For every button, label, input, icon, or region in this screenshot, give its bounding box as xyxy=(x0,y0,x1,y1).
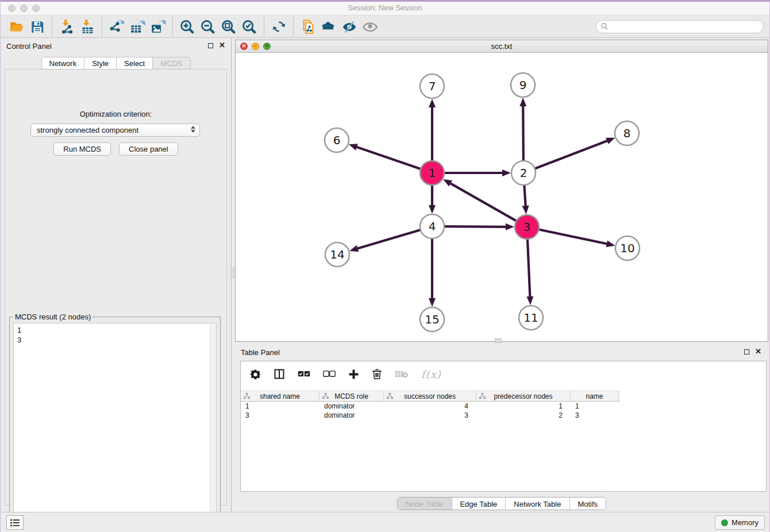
mcds-result-group: MCDS result (2 nodes) 1 3 xyxy=(9,317,221,532)
table-float-panel-icon[interactable] xyxy=(744,349,749,354)
node-table-container: f(x) shared nameMCDS rolesuccessor nodes… xyxy=(240,361,767,492)
open-session-button[interactable] xyxy=(6,18,27,36)
export-image-button[interactable] xyxy=(148,18,168,36)
add-column-button[interactable] xyxy=(348,369,359,380)
unchecked-boxes-icon xyxy=(323,370,336,378)
zoom-selected-button[interactable] xyxy=(239,18,260,36)
graph-arrowhead-1-6 xyxy=(349,144,358,150)
graph-arrowhead-2-8 xyxy=(606,138,615,144)
mcds-result-textarea[interactable]: 1 3 xyxy=(13,323,217,532)
home-button[interactable] xyxy=(318,18,339,36)
export-network-button[interactable] xyxy=(106,18,127,36)
zoom-in-icon xyxy=(179,19,195,35)
vertical-splitter-handle[interactable] xyxy=(230,268,234,278)
graph-node-label-2: 2 xyxy=(520,166,528,180)
search-input[interactable] xyxy=(596,20,764,33)
graph-node-label-11: 11 xyxy=(523,311,538,325)
split-column-icon xyxy=(274,368,285,380)
import-network-button[interactable] xyxy=(56,18,77,36)
tab-node-table[interactable]: Node Table xyxy=(398,498,452,510)
graph-edge-2-8[interactable] xyxy=(534,141,609,169)
tab-motifs[interactable]: Motifs xyxy=(569,498,606,510)
select-all-button[interactable] xyxy=(298,370,310,378)
mcds-result-scrollbar[interactable] xyxy=(210,323,216,532)
toolbar-separator xyxy=(52,17,52,37)
network-view-window: ✕ − + scc.txt 7968124314101511 xyxy=(235,40,768,342)
criterion-dropdown[interactable]: strongly connected component xyxy=(30,124,200,137)
tab-edge-table[interactable]: Edge Table xyxy=(451,498,505,510)
graph-arrowhead-4-15 xyxy=(429,298,436,307)
function-builder-button[interactable]: f(x) xyxy=(421,368,441,380)
table-cell: 4 xyxy=(384,402,476,411)
export-table-button[interactable] xyxy=(127,18,148,36)
memory-button[interactable]: Memory xyxy=(715,515,765,530)
zoom-in-button[interactable] xyxy=(177,18,198,36)
graph-edge-4-14[interactable] xyxy=(357,229,422,249)
run-mcds-button[interactable]: Run MCDS xyxy=(53,142,111,156)
search-icon xyxy=(600,22,609,30)
graph-edge-2-3[interactable] xyxy=(524,184,526,207)
graph-arrowhead-1-2 xyxy=(502,169,511,176)
graph-edge-2-9[interactable] xyxy=(523,105,523,162)
tab-network-table[interactable]: Network Table xyxy=(505,498,569,510)
copy-network-button[interactable] xyxy=(298,18,318,36)
graph-arrowhead-2-3 xyxy=(522,206,529,214)
graph-node-label-3: 3 xyxy=(523,220,531,234)
horizontal-splitter-handle[interactable] xyxy=(495,338,502,343)
network-canvas[interactable]: 7968124314101511 xyxy=(236,53,768,341)
mcds-result-title: MCDS result (2 nodes) xyxy=(13,313,93,321)
graph-edge-3-1[interactable] xyxy=(449,183,517,221)
graph-arrowhead-4-3 xyxy=(506,223,514,230)
delete-column-button[interactable] xyxy=(372,368,382,380)
zoom-out-icon xyxy=(200,19,216,35)
graph-edge-1-6[interactable] xyxy=(356,147,422,169)
apply-layout-button[interactable] xyxy=(268,18,289,36)
zoom-fit-button[interactable] xyxy=(218,18,239,36)
column-header-predecessor-nodes[interactable]: predecessor nodes xyxy=(476,391,571,401)
hide-graphics-details-button[interactable] xyxy=(339,18,360,36)
column-header-mcds-role[interactable]: MCDS role xyxy=(319,391,384,401)
import-table-button[interactable] xyxy=(77,18,98,36)
delete-table-button[interactable] xyxy=(395,369,409,379)
graph-edge-3-10[interactable] xyxy=(538,229,608,244)
close-panel-icon[interactable]: ✕ xyxy=(219,43,225,48)
refresh-icon xyxy=(271,19,287,34)
table-cell: 2 xyxy=(476,411,571,420)
show-graphics-details-button[interactable] xyxy=(360,18,380,36)
table-panel-tabs: Node TableEdge TableNetwork TableMotifs xyxy=(397,497,606,510)
table-row[interactable]: 3dominator323 xyxy=(241,411,620,420)
show-tasks-button[interactable] xyxy=(6,515,24,530)
control-panel-title: Control Panel xyxy=(6,42,52,51)
table-cell: 3 xyxy=(241,411,319,420)
zoom-fit-icon xyxy=(221,19,237,35)
toolbar-separator xyxy=(293,17,294,37)
toolbar-separator xyxy=(264,17,264,37)
control-panel-tabs: NetworkStyleSelectMCDS xyxy=(41,57,190,70)
float-panel-icon[interactable] xyxy=(208,43,213,48)
graph-arrowhead-1-4 xyxy=(429,205,436,214)
graph-arrowhead-3-10 xyxy=(606,240,615,247)
zoom-selected-icon xyxy=(241,19,257,35)
trash-icon xyxy=(372,368,382,380)
table-close-panel-icon[interactable]: ✕ xyxy=(755,349,761,354)
column-header-successor-nodes[interactable]: successor nodes xyxy=(384,391,476,401)
zoom-out-button[interactable] xyxy=(198,18,218,36)
toggle-panel-button[interactable] xyxy=(274,368,285,380)
graph-edge-3-11[interactable] xyxy=(528,238,530,298)
tab-network[interactable]: Network xyxy=(41,57,84,70)
eye-icon xyxy=(361,18,379,36)
graph-edge-4-3[interactable] xyxy=(443,226,507,227)
column-header-name[interactable]: name xyxy=(571,391,619,401)
tab-select[interactable]: Select xyxy=(116,57,153,70)
graph-node-label-15: 15 xyxy=(425,313,439,326)
table-settings-button[interactable] xyxy=(250,369,261,380)
save-session-button[interactable] xyxy=(27,18,48,36)
network-window-titlebar[interactable]: ✕ − + scc.txt xyxy=(236,40,768,53)
close-panel-button[interactable]: Close panel xyxy=(119,142,178,156)
column-header-shared-name[interactable]: shared name xyxy=(241,391,319,401)
graph-node-label-4: 4 xyxy=(429,219,436,233)
tab-style[interactable]: Style xyxy=(84,57,117,70)
tab-mcds[interactable]: MCDS xyxy=(152,57,190,70)
deselect-all-button[interactable] xyxy=(323,370,336,378)
table-row[interactable]: 1dominator411 xyxy=(241,402,620,411)
